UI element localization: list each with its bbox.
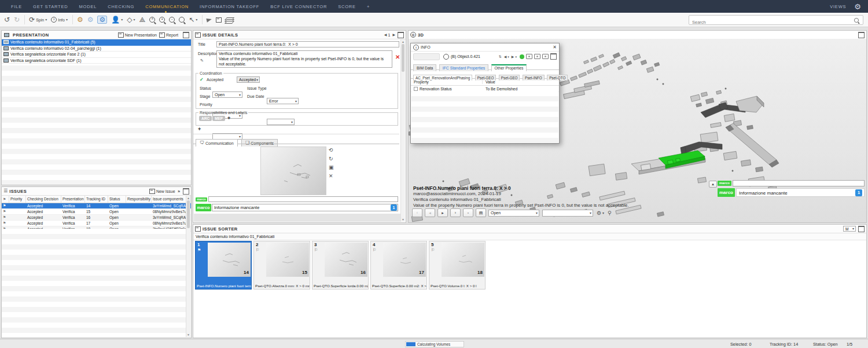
new-presentation-button[interactable]: New Presentation bbox=[125, 33, 157, 37]
pin-object-icon[interactable]: ⇅ bbox=[499, 54, 502, 58]
view-settings-menu[interactable]: ▾ bbox=[602, 211, 604, 215]
comment-count-badge[interactable]: 1 bbox=[391, 204, 397, 211]
presentation-mode-button[interactable]: ▤ bbox=[476, 208, 486, 217]
info-maximize-button[interactable] bbox=[550, 53, 557, 60]
camera-view-icon[interactable] bbox=[526, 54, 532, 59]
collapse-comments-button[interactable]: ▴ bbox=[709, 181, 717, 188]
presentation-maximize-button[interactable] bbox=[183, 32, 189, 38]
camera-front-icon[interactable] bbox=[542, 54, 549, 59]
report-button[interactable]: Report bbox=[166, 33, 178, 37]
sorter-card[interactable]: 3 ⚐ 16 Pset-QTO.Superficie lorda.0.00 m2… bbox=[312, 241, 369, 290]
new-issue-button[interactable]: New Issue bbox=[156, 189, 175, 193]
issue-details-scrollbar[interactable]: ▲▼ bbox=[400, 39, 405, 222]
issues-table-header[interactable]: ⚑ Priority Checking Decision Presentatio… bbox=[2, 196, 191, 203]
menu-bcf-live-connector[interactable]: BCF LIVE CONNECTOR bbox=[270, 4, 327, 9]
views-menu[interactable]: VIEWS bbox=[830, 4, 846, 9]
issue-title-input[interactable] bbox=[216, 41, 399, 47]
description-edit-icon[interactable]: ✎ bbox=[200, 58, 204, 63]
card-flag-icon[interactable]: ⚐ bbox=[256, 248, 259, 252]
responsibility-chip[interactable]: ARC bbox=[199, 116, 212, 121]
add-label-button[interactable]: + bbox=[198, 127, 201, 132]
issue-row[interactable]: ⚑AcceptedVerifica17Open08NyMmnz9vBes7uip… bbox=[2, 221, 191, 226]
issue-details-maximize-button[interactable] bbox=[398, 32, 404, 38]
settings-gear-icon[interactable]: ⚙ bbox=[854, 3, 861, 10]
remove-snapshot-icon[interactable]: ✕ bbox=[329, 174, 334, 179]
prev-object-menu[interactable]: ▾ bbox=[507, 55, 509, 58]
map-view-icon[interactable] bbox=[216, 17, 222, 23]
presentation-item[interactable]: Verifica segnaletica orizzontale SDF (1) bbox=[2, 58, 191, 64]
fit-view-icon[interactable]: ⟁ bbox=[139, 16, 145, 23]
view-settings-icon[interactable]: ⚙ bbox=[597, 210, 601, 216]
component-hide-icon[interactable]: ⚙ bbox=[87, 16, 94, 23]
presentation-item[interactable]: Verifica contenuto informativo 01_Fabbri… bbox=[2, 39, 191, 46]
status-dropdown[interactable]: Open bbox=[212, 91, 242, 98]
issue-row[interactable]: ⚑AcceptedVerifica15Open08NyMmnz9vBes7uip… bbox=[2, 209, 191, 215]
issue-row[interactable]: ⚑AcceptedVerifica16Open3vYmWmd_SCqRAm3V bbox=[2, 215, 191, 221]
camera-top-icon[interactable] bbox=[534, 54, 540, 59]
property-table-header[interactable]: Property Value bbox=[411, 79, 559, 86]
card-flag-icon[interactable]: ⚑ bbox=[197, 248, 201, 252]
menu-file[interactable]: FILE bbox=[11, 4, 22, 9]
sorter-card[interactable]: 2 ⚐ 15 Pset-QTO.Altezza.0 mm: X > 0 mm bbox=[253, 241, 310, 290]
sorter-card[interactable]: 1 ⚑ 14 Pset-INFO.Numero piani fuori terr… bbox=[195, 241, 252, 290]
menu-communication[interactable]: COMMUNICATION bbox=[145, 4, 189, 9]
responsibility-chip[interactable]: MEP bbox=[212, 116, 225, 121]
component-select-icon[interactable]: ⚙ bbox=[77, 16, 83, 23]
new-issue-icon[interactable] bbox=[149, 189, 155, 194]
issue-type-dropdown[interactable]: Error bbox=[267, 98, 299, 104]
refresh-snapshot-icon[interactable]: ↻ bbox=[329, 156, 334, 162]
add-responsibility-button[interactable]: + bbox=[227, 116, 230, 121]
pin-view-icon[interactable]: ⚲ bbox=[608, 210, 612, 216]
menu-get-started[interactable]: GET STARTED bbox=[33, 4, 68, 9]
info-tool[interactable]: iInfo▾ bbox=[51, 17, 68, 23]
delete-issue-icon[interactable]: ✕ bbox=[395, 54, 400, 60]
pick-tool[interactable]: ↖▾ bbox=[189, 16, 197, 23]
comment-text[interactable]: Informazione mancante bbox=[212, 204, 398, 211]
zoom-area-icon[interactable] bbox=[179, 17, 185, 23]
viewer-new-comment-input[interactable] bbox=[733, 180, 865, 186]
prev-object-button[interactable]: ◀ bbox=[504, 54, 507, 58]
presentation-item[interactable]: Verifica contenuto informativo 02-04_par… bbox=[2, 46, 191, 52]
viewer-comment-text[interactable]: Informazione mancante bbox=[736, 188, 865, 197]
accepted-dropdown[interactable]: Accepted bbox=[237, 76, 260, 83]
visibility-tool[interactable]: 👤▾ bbox=[111, 16, 123, 23]
issue-row[interactable]: ⚑AcceptedVerifica14Open3vYmWmd_SCqRAm3V bbox=[2, 203, 191, 209]
undo-button[interactable]: ↺ bbox=[4, 16, 10, 23]
new-comment-input[interactable] bbox=[208, 196, 398, 202]
view-cube-tool[interactable]: ◇▾ bbox=[127, 16, 135, 23]
flag-filter-icon[interactable]: ⚑ bbox=[178, 189, 181, 193]
sorter-card[interactable]: 5 ⚐ 18 Pset-QTO.Volume.0 l: X > 0 l bbox=[429, 241, 486, 290]
viewer-responsible-dropdown[interactable] bbox=[542, 210, 593, 217]
card-flag-icon[interactable]: ⚐ bbox=[314, 248, 318, 252]
spin-tool[interactable]: ⟳Spin▾ bbox=[29, 16, 47, 23]
fly-tool-icon[interactable] bbox=[207, 18, 212, 22]
search-input[interactable] bbox=[689, 18, 855, 27]
image-icon[interactable]: ▣ bbox=[329, 165, 334, 170]
issues-scrollbar[interactable]: ▲▼ bbox=[186, 196, 190, 337]
issues-maximize-button[interactable] bbox=[183, 188, 189, 195]
layers-icon[interactable] bbox=[226, 17, 232, 23]
next-object-button[interactable]: ▶ bbox=[512, 54, 514, 58]
show-in-model-icon[interactable] bbox=[520, 54, 524, 59]
tab-ifc-standard-properties[interactable]: IFC Standard Properties bbox=[439, 64, 488, 71]
issue-snapshot-image[interactable] bbox=[260, 146, 326, 195]
menu-add-tab[interactable]: + bbox=[367, 4, 370, 9]
new-presentation-icon[interactable] bbox=[118, 32, 124, 38]
previous-slide-button[interactable]: ◂ bbox=[425, 208, 435, 217]
card-flag-icon[interactable]: ⚐ bbox=[373, 248, 376, 252]
issue-description-field[interactable]: Verifica contenuto informativo 01_Fabbri… bbox=[216, 50, 392, 68]
tab-communication[interactable]: 🗨Communication bbox=[196, 139, 238, 146]
viewer-status-dropdown[interactable]: Open bbox=[488, 210, 539, 217]
3d-maximize-button[interactable] bbox=[858, 32, 865, 38]
tab-components[interactable]: ❏Components bbox=[241, 139, 278, 146]
sorter-card[interactable]: 4 ⚐ 17 Pset-QTO.Superficie.0.00 m2: X > … bbox=[370, 241, 427, 290]
info-close-icon[interactable]: ✕ bbox=[553, 45, 557, 50]
first-issue-button[interactable]: ‹ bbox=[412, 208, 422, 217]
next-issue-button[interactable]: ▶ bbox=[392, 33, 395, 36]
zoom-center-icon[interactable]: • bbox=[159, 17, 165, 23]
menu-checking[interactable]: CHECKING bbox=[108, 4, 134, 9]
issue-sorter-maximize-button[interactable] bbox=[858, 226, 865, 232]
menu-score[interactable]: SCORE bbox=[338, 4, 356, 9]
thumbnail-size-dropdown[interactable]: M bbox=[843, 226, 856, 232]
record-viewpoint-button[interactable]: ▫ bbox=[463, 208, 473, 217]
